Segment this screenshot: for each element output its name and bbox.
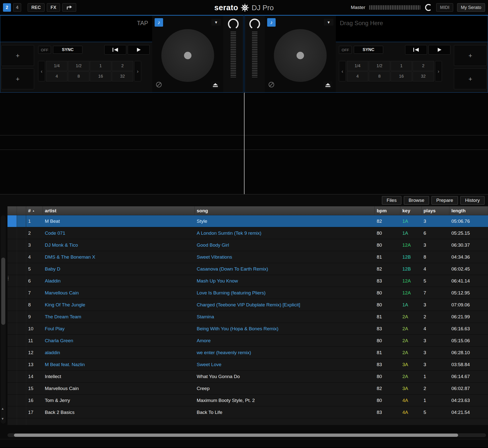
loop-half-button[interactable]: 1/2 [68, 61, 89, 71]
tap-tempo-label[interactable]: TAP [137, 20, 148, 42]
tab-prepare[interactable]: Prepare [431, 196, 458, 205]
loop-16-button[interactable]: 16 [90, 71, 111, 81]
key-lock-note-button[interactable]: ♪ [155, 18, 163, 27]
table-row[interactable]: 17 Back 2 Basics Back To Life 83 4A 5 04… [7, 406, 488, 418]
row-art-cell [17, 383, 26, 394]
tempo-knob-icon[interactable] [249, 18, 261, 30]
cue-previous-button[interactable] [405, 45, 427, 55]
loop-4-button[interactable]: 4 [347, 71, 368, 81]
rec-button[interactable]: REC [28, 3, 45, 12]
table-row[interactable]: 10 Foul Play Being With You (Hopa & Bone… [7, 323, 488, 335]
loop-shift-right-button[interactable]: › [435, 61, 442, 81]
loop-quarter-button[interactable]: 1/4 [347, 61, 368, 71]
horizontal-scrollbar[interactable] [7, 433, 486, 437]
header-key[interactable]: key [400, 206, 422, 215]
scroll-down-icon[interactable]: ▼ [1, 417, 4, 421]
add-cue-button[interactable]: + [1, 45, 34, 66]
header-number[interactable]: # ▲ [26, 206, 43, 215]
play-button[interactable] [428, 45, 450, 55]
tab-history[interactable]: History [460, 196, 485, 205]
table-row[interactable]: 8 King Of The Jungle Charged (Teebone VI… [7, 299, 488, 311]
tempo-knob-icon[interactable] [227, 18, 239, 30]
deck-view-4-button[interactable]: 4 [13, 3, 21, 12]
deck-view-2-button[interactable]: 2 [3, 3, 11, 12]
table-row-partial[interactable] [7, 418, 488, 425]
track-plays-cell: 5 [422, 410, 449, 415]
row-deck-indicator-cell [7, 239, 17, 251]
loop-shift-left-button[interactable]: ‹ [38, 61, 45, 81]
table-row[interactable]: 6 Aladdin Mash Up You Know 83 12A 5 06:4… [7, 275, 488, 287]
loop-1-button[interactable]: 1 [391, 61, 412, 71]
add-cue-button[interactable]: + [1, 68, 34, 89]
eject-button[interactable] [211, 81, 220, 89]
table-row[interactable]: 16 Tom & Jerry Maximum Booty Style, Pt. … [7, 394, 488, 406]
table-row[interactable]: 5 Baby D Casanova (Down To Earth Remix) … [7, 263, 488, 275]
tab-files[interactable]: Files [382, 196, 401, 205]
midi-button[interactable]: MIDI [436, 3, 453, 12]
tab-browse[interactable]: Browse [404, 196, 429, 205]
table-row[interactable]: 7 Marvellous Cain Love Is Burning (featu… [7, 287, 488, 299]
play-button[interactable] [128, 45, 150, 55]
fx-button[interactable]: FX [47, 3, 60, 12]
track-key-cell: 3A [400, 362, 422, 367]
loop-shift-left-button[interactable]: ‹ [339, 61, 346, 81]
table-row[interactable]: 4 DMS & The Boneman X Sweet Vibrations 8… [7, 251, 488, 263]
scroll-up-icon[interactable]: ▲ [1, 407, 4, 410]
header-length[interactable]: length [449, 206, 488, 215]
table-row[interactable]: 13 M Beat feat. Nazlin Sweet Love 83 3A … [7, 359, 488, 371]
row-deck-indicator-cell [7, 394, 17, 406]
table-row[interactable]: 14 Intellect What You Gonna Do 80 2A 1 0… [7, 371, 488, 383]
jog-wheel[interactable] [274, 29, 327, 82]
deck-options-dropdown-button[interactable]: ▼ [324, 19, 333, 26]
limiter-arc-icon[interactable] [424, 3, 432, 11]
censor-icon[interactable] [268, 81, 275, 88]
my-serato-button[interactable]: My Serato [457, 3, 485, 12]
header-bpm[interactable]: bpm [375, 206, 400, 215]
vertical-scrollbar-thumb[interactable] [1, 258, 5, 325]
loop-half-button[interactable]: 1/2 [369, 61, 390, 71]
track-song-cell: Style [195, 219, 375, 224]
deck-left-track-title-area[interactable]: TAP [0, 16, 152, 42]
deck-right-track-title-area[interactable]: Drag Song Here [336, 16, 488, 42]
vertical-scrollbar[interactable] [1, 215, 6, 424]
loop-4-button[interactable]: 4 [46, 71, 67, 81]
loop-16-button[interactable]: 16 [391, 71, 412, 81]
loop-shift-right-button[interactable]: › [134, 61, 141, 81]
header-plays[interactable]: plays [422, 206, 449, 215]
track-artist-cell: Baby D [43, 266, 195, 272]
table-row[interactable]: 12 aladdin we enter (heavenly remix) 81 … [7, 347, 488, 359]
add-cue-button[interactable]: + [454, 45, 487, 66]
header-song[interactable]: song [195, 206, 375, 215]
loop-quarter-button[interactable]: 1/4 [46, 61, 67, 71]
sync-off-button[interactable]: OFF [339, 46, 352, 54]
table-row[interactable]: 2 Code 071 A London Sumtin (Tek 9 remix)… [7, 227, 488, 239]
row-art-cell [17, 311, 26, 323]
sync-button[interactable]: SYNC [354, 46, 383, 54]
key-lock-note-button[interactable]: ♪ [267, 18, 276, 27]
loop-2-button[interactable]: 2 [112, 61, 133, 71]
pane-resize-handle[interactable]: ⋮⋮ [6, 277, 10, 280]
jog-wheel[interactable] [161, 29, 214, 82]
header-artist[interactable]: artist [43, 206, 195, 215]
cue-previous-button[interactable] [104, 45, 126, 55]
sync-off-button[interactable]: OFF [38, 46, 51, 54]
table-row[interactable]: 9 The Dream Team Stamina 81 2A 2 06:21.9… [7, 311, 488, 323]
add-cue-button[interactable]: + [454, 68, 487, 89]
censor-icon[interactable] [156, 81, 162, 88]
loop-8-button[interactable]: 8 [369, 71, 390, 81]
track-plays-cell: 3 [422, 350, 449, 355]
table-row[interactable]: 11 Charla Green Amore 80 2A 3 05:15.06 [7, 335, 488, 347]
table-row[interactable]: 1 M Beat Style 82 1A 3 05:06.76 [7, 215, 488, 227]
table-row[interactable]: 3 DJ Monk & Tico Good Body Girl 80 12A 3… [7, 239, 488, 251]
eject-button[interactable] [323, 81, 332, 89]
sync-button[interactable]: SYNC [53, 46, 82, 54]
loop-1-button[interactable]: 1 [90, 61, 111, 71]
loop-32-button[interactable]: 32 [413, 71, 434, 81]
loop-32-button[interactable]: 32 [112, 71, 133, 81]
loop-2-button[interactable]: 2 [413, 61, 434, 71]
deck-options-dropdown-button[interactable]: ▼ [211, 19, 221, 26]
table-row[interactable]: 15 Marvellous Cain Creep 82 3A 2 06:02.8… [7, 383, 488, 394]
horizontal-scrollbar-thumb[interactable] [14, 434, 458, 437]
loop-8-button[interactable]: 8 [68, 71, 89, 81]
midi-assign-button[interactable] [62, 3, 76, 12]
